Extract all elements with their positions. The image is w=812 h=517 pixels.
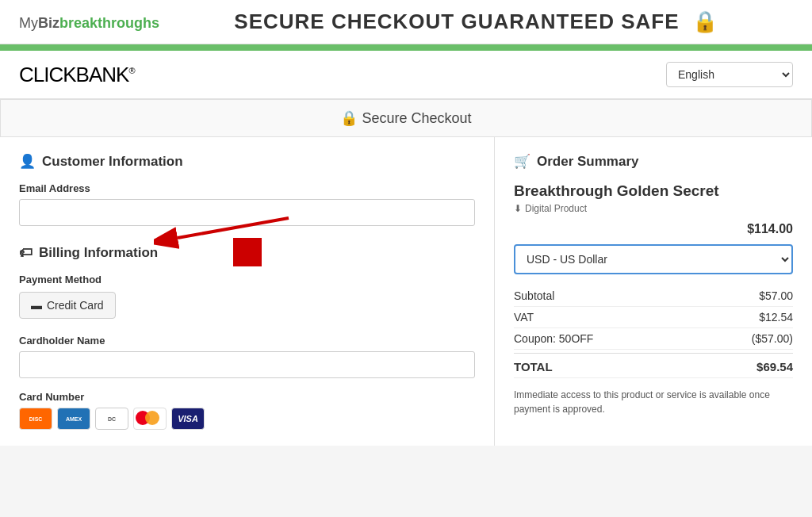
secure-checkout-bar: 🔒 Secure Checkout <box>0 99 812 137</box>
email-field-group: Email Address <box>19 182 475 226</box>
billing-info-label: Billing Information <box>39 245 158 261</box>
secure-header-label: SECURE CHECKOUT GUARANTEED SAFE <box>234 10 679 33</box>
cart-icon: 🛒 <box>514 153 530 170</box>
product-title: Breakthrough Golden Secret <box>514 182 793 200</box>
order-summary-label: Order Summary <box>537 154 639 170</box>
secure-header-text: SECURE CHECKOUT GUARANTEED SAFE 🔒 <box>159 10 793 34</box>
digital-label-text: Digital Product <box>525 203 587 214</box>
credit-card-icon: ▬ <box>31 299 42 312</box>
vat-line: VAT $12.54 <box>514 307 793 328</box>
product-price: $114.00 <box>514 222 793 236</box>
billing-info-section: 🏷 Billing Information Payment Method ▬ C… <box>19 245 475 430</box>
customer-info-heading: 👤 Customer Information <box>19 153 475 170</box>
clickbank-bar: CLICKBANK® English Spanish French German… <box>0 51 812 99</box>
email-input[interactable] <box>19 199 475 226</box>
discover-icon: DISC <box>19 408 52 430</box>
visa-icon: VISA <box>171 408 205 430</box>
vat-label: VAT <box>514 311 534 324</box>
logo-break: break <box>59 15 98 31</box>
credit-card-button[interactable]: ▬ Credit Card <box>19 292 116 319</box>
clickbank-logo: CLICKBANK® <box>19 63 135 87</box>
order-summary-heading: 🛒 Order Summary <box>514 153 793 170</box>
download-icon: ⬇ <box>514 203 522 214</box>
registered-mark: ® <box>128 66 134 75</box>
payment-method-label: Payment Method <box>19 274 475 285</box>
subtotal-label: Subtotal <box>514 289 554 302</box>
left-column: 👤 Customer Information Email Address <box>0 137 495 446</box>
total-label: TOTAL <box>514 360 553 373</box>
coupon-value: ($57.00) <box>752 332 793 345</box>
mastercard-icon <box>133 408 167 430</box>
lock-header-icon: 🔒 <box>692 10 718 33</box>
card-number-field-group: Card Number DISC AMEX DC VISA <box>19 391 475 430</box>
coupon-label: Coupon: 50OFF <box>514 332 593 345</box>
billing-info-heading: 🏷 Billing Information <box>19 245 475 261</box>
right-column: 🛒 Order Summary Breakthrough Golden Secr… <box>495 137 812 446</box>
logo-biz: Biz <box>38 15 59 31</box>
green-accent-bar <box>0 44 812 51</box>
amex-icon: AMEX <box>57 408 90 430</box>
bank-text: BANK <box>76 63 129 86</box>
main-container: 👤 Customer Information Email Address <box>0 137 812 446</box>
logo-my: My <box>19 15 38 31</box>
subtotal-value: $57.00 <box>759 289 793 302</box>
total-line: TOTAL $69.54 <box>514 353 793 378</box>
card-brand-icons: DISC AMEX DC VISA <box>19 408 475 430</box>
cardholder-field-group: Cardholder Name <box>19 335 475 378</box>
tag-icon: 🏷 <box>19 245 33 261</box>
click-text: CLICK <box>19 63 76 86</box>
subtotal-line: Subtotal $57.00 <box>514 285 793 307</box>
language-select[interactable]: English Spanish French German Portuguese <box>666 62 793 87</box>
coupon-line: Coupon: 50OFF ($57.00) <box>514 328 793 350</box>
cardholder-label: Cardholder Name <box>19 335 475 347</box>
order-note: Immediate access to this product or serv… <box>514 388 793 416</box>
logo-throughs: throughs <box>98 15 159 31</box>
diners-icon: DC <box>95 408 128 430</box>
brand-logo: MyBizbreakthroughs <box>19 12 159 33</box>
card-number-label: Card Number <box>19 391 475 403</box>
person-icon: 👤 <box>19 153 36 170</box>
cardholder-input[interactable] <box>19 351 475 378</box>
currency-select[interactable]: USD - US Dollar EUR - Euro GBP - British… <box>514 244 793 274</box>
secure-checkout-label: 🔒 Secure Checkout <box>340 110 471 126</box>
vat-value: $12.54 <box>759 311 793 324</box>
total-value: $69.54 <box>756 360 793 373</box>
header-top: MyBizbreakthroughs SECURE CHECKOUT GUARA… <box>0 0 812 44</box>
email-label: Email Address <box>19 182 475 194</box>
credit-card-label: Credit Card <box>47 299 104 312</box>
digital-product-label: ⬇ Digital Product <box>514 203 793 214</box>
customer-info-label: Customer Information <box>42 154 183 170</box>
